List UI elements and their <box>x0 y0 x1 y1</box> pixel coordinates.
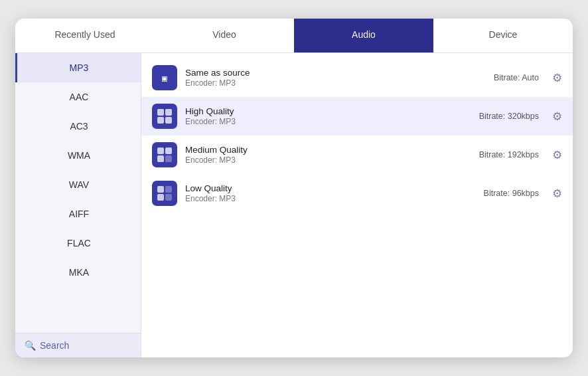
sidebar: MP3 AAC AC3 WMA WAV AIFF FLAC MKA <box>15 53 141 357</box>
preset-icon-low-quality <box>152 181 177 206</box>
preset-medium-quality[interactable]: Medium Quality Encoder: MP3 Bitrate: 192… <box>141 136 573 174</box>
main-window: Recently Used Video Audio Device MP3 AAC… <box>15 19 573 357</box>
settings-icon-low-quality[interactable]: ⚙ <box>552 187 562 201</box>
tab-video[interactable]: Video <box>155 19 294 52</box>
sidebar-item-mka[interactable]: MKA <box>15 258 141 287</box>
preset-high-quality[interactable]: High Quality Encoder: MP3 Bitrate: 320kb… <box>141 97 573 136</box>
tab-recently-used[interactable]: Recently Used <box>15 19 155 52</box>
sidebar-item-ac3[interactable]: AC3 <box>15 112 141 141</box>
search-icon: 🔍 <box>25 340 36 351</box>
sidebar-item-mp3[interactable]: MP3 <box>15 53 141 82</box>
settings-icon-same-as-source[interactable]: ⚙ <box>552 71 562 85</box>
search-button[interactable]: 🔍 Search <box>15 333 141 357</box>
preset-info-high-quality: High Quality Encoder: MP3 <box>185 106 463 126</box>
sidebar-item-flac[interactable]: FLAC <box>15 229 141 258</box>
content-area: MP3 AAC AC3 WMA WAV AIFF FLAC MKA <box>15 53 573 357</box>
sidebar-item-aiff[interactable]: AIFF <box>15 199 141 229</box>
tab-bar: Recently Used Video Audio Device <box>15 19 573 53</box>
sidebar-item-aac[interactable]: AAC <box>15 82 141 112</box>
preset-icon-same-as-source: ▣ <box>152 65 177 90</box>
preset-list: ▣ Same as source Encoder: MP3 Bitrate: A… <box>141 53 573 357</box>
tab-device[interactable]: Device <box>433 19 573 52</box>
preset-info-same-as-source: Same as source Encoder: MP3 <box>185 68 463 88</box>
settings-icon-medium-quality[interactable]: ⚙ <box>552 148 562 162</box>
preset-info-low-quality: Low Quality Encoder: MP3 <box>185 183 463 203</box>
preset-icon-medium-quality <box>152 142 177 167</box>
preset-info-medium-quality: Medium Quality Encoder: MP3 <box>185 145 463 165</box>
sidebar-item-wma[interactable]: WMA <box>15 141 141 170</box>
tab-audio[interactable]: Audio <box>294 19 433 52</box>
preset-same-as-source[interactable]: ▣ Same as source Encoder: MP3 Bitrate: A… <box>141 58 573 97</box>
settings-icon-high-quality[interactable]: ⚙ <box>552 110 562 124</box>
sidebar-item-wav[interactable]: WAV <box>15 170 141 199</box>
preset-icon-high-quality <box>152 104 177 129</box>
preset-low-quality[interactable]: Low Quality Encoder: MP3 Bitrate: 96kbps… <box>141 174 573 213</box>
